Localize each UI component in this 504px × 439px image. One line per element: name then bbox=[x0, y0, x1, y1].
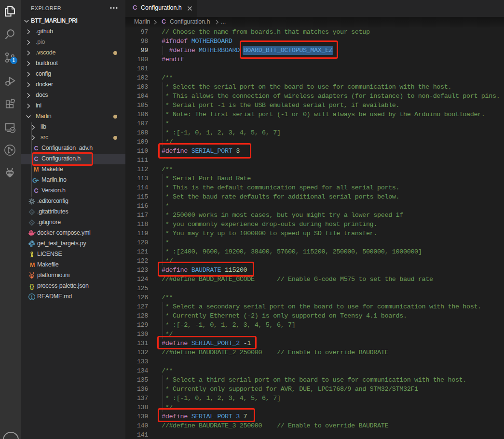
svg-text:G: G bbox=[32, 177, 37, 184]
